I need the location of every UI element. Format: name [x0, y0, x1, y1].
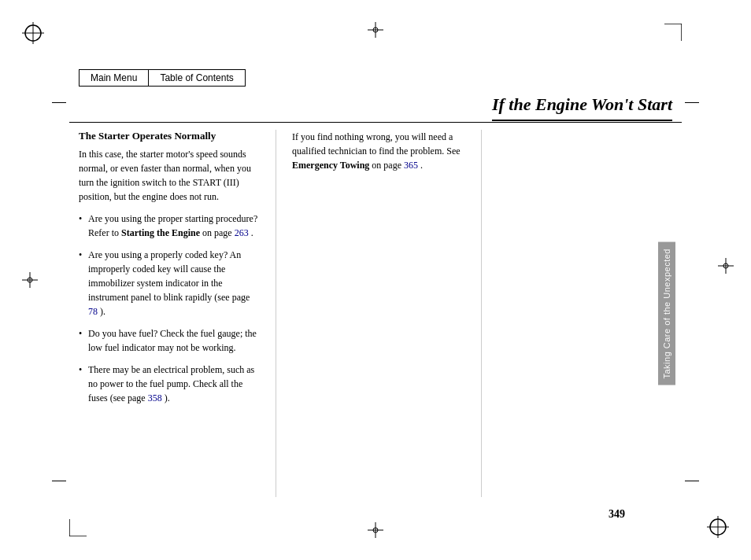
cross-mark-left [22, 272, 38, 288]
link-365[interactable]: 365 [404, 160, 418, 171]
right-column: Taking Care of the Unexpected [498, 130, 682, 497]
nav-buttons: Main Menu Table of Contents [79, 69, 246, 87]
side-mark-right-top [685, 102, 699, 103]
reg-mark-br [707, 516, 729, 538]
column-divider [276, 130, 276, 497]
side-mark-left-bottom [52, 481, 66, 481]
reg-mark-tl [22, 22, 44, 44]
list-item: Do you have fuel? Check the fuel gauge; … [79, 326, 260, 355]
list-item: Are you using the proper starting proced… [79, 212, 260, 240]
bold-emergency-towing: Emergency Towing [292, 160, 369, 171]
bracket-tr [664, 24, 682, 41]
bracket-bl [69, 519, 87, 536]
sidebar-tab-container: Taking Care of the Unexpected [658, 130, 675, 497]
list-item: There may be an electrical problem, such… [79, 363, 260, 405]
title-rule [69, 122, 682, 123]
cross-mark-top [368, 22, 383, 38]
cross-mark-bottom [368, 522, 383, 538]
page: Main Menu Table of Contents If the Engin… [0, 0, 751, 560]
bullet-text-4: There may be an electrical problem, such… [88, 364, 254, 403]
link-78[interactable]: 78 [88, 306, 98, 317]
link-263[interactable]: 263 [235, 227, 249, 238]
bullet-list: Are you using the proper starting proced… [79, 212, 260, 405]
content-area: The Starter Operates Normally In this ca… [79, 130, 682, 497]
sidebar-tab: Taking Care of the Unexpected [658, 242, 675, 385]
page-number: 349 [609, 508, 625, 521]
side-mark-left-top [52, 102, 66, 103]
list-item: Are you using a properly coded key? An i… [79, 248, 260, 319]
link-358[interactable]: 358 [148, 392, 162, 403]
bold-starting-engine: Starting the Engine [121, 227, 200, 238]
bullet-text-1: Are you using the proper starting proced… [88, 213, 257, 238]
center-text: If you find nothing wrong, you will need… [292, 130, 465, 172]
left-column: The Starter Operates Normally In this ca… [79, 130, 260, 497]
section-title: The Starter Operates Normally [79, 130, 260, 142]
cross-mark-right [718, 258, 734, 274]
bullet-text-2: Are you using a properly coded key? An i… [88, 249, 250, 317]
toc-button[interactable]: Table of Contents [148, 69, 245, 87]
intro-text: In this case, the starter motor's speed … [79, 147, 260, 204]
center-column: If you find nothing wrong, you will need… [292, 130, 465, 497]
bullet-text-3: Do you have fuel? Check the fuel gauge; … [88, 328, 257, 353]
page-title: If the Engine Won't Start [492, 94, 672, 121]
column-divider-2 [481, 130, 482, 497]
side-mark-right-bottom [685, 481, 699, 481]
main-menu-button[interactable]: Main Menu [79, 69, 148, 87]
